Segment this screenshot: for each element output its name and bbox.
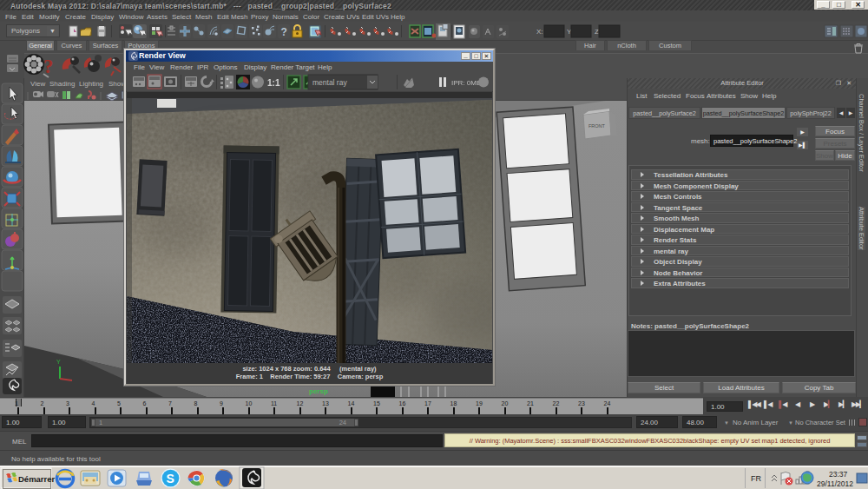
svg-text:IPR: 0MB: IPR: 0MB <box>451 79 481 87</box>
svg-text:1:1: 1:1 <box>267 78 280 88</box>
svg-text:FRONT: FRONT <box>589 123 606 129</box>
svg-text:S: S <box>167 472 174 486</box>
svg-text:Démarrer: Démarrer <box>18 474 56 484</box>
svg-text:?: ? <box>43 56 54 77</box>
svg-text:mental ray: mental ray <box>312 78 347 87</box>
svg-text:FR: FR <box>751 474 761 483</box>
svg-text:?: ? <box>281 26 287 38</box>
svg-text:29/11/2012: 29/11/2012 <box>817 479 853 488</box>
svg-text:Y: Y <box>56 359 61 365</box>
svg-text:persp: persp <box>309 387 328 395</box>
svg-text:X:: X: <box>536 28 543 36</box>
svg-text:23:37: 23:37 <box>829 470 848 479</box>
